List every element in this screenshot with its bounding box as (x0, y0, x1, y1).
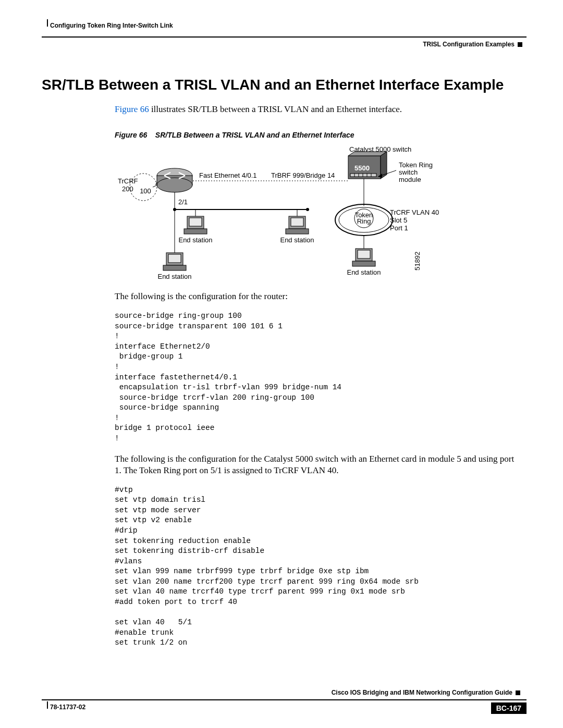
end-station-icon (163, 253, 186, 270)
figure-caption-text: SR/TLB Between a TRISL VLAN and an Ether… (155, 131, 354, 139)
diagram-end-station-1: End station (178, 236, 212, 244)
diagram-end-station-4: End station (347, 268, 381, 276)
header-chapter: Configuring Token Ring Inter-Switch Link (50, 22, 173, 29)
para-switch-config: The following is the configuration for t… (115, 453, 521, 476)
footer-square-icon (516, 690, 520, 695)
svg-rect-42 (352, 261, 375, 266)
diagram-vlan40-3: Port 1 (390, 224, 408, 232)
section-title: SR/TLB Between a TRISL VLAN and an Ether… (42, 77, 527, 93)
diagram-vlan40-2: Slot 5 (390, 216, 407, 224)
diagram-trbrf: TrBRF 999/Bridge 14 (271, 171, 335, 179)
svg-point-22 (306, 208, 309, 211)
code-switch-config: #vtp set vtp domain trisl set vtp mode s… (115, 485, 527, 648)
page-number: BC-167 (491, 702, 527, 714)
diagram-token-label-2: Ring (357, 217, 371, 225)
svg-rect-41 (358, 250, 370, 258)
diagram-tr-module-1: Token Ring (399, 161, 433, 169)
footer-docnum: 78-11737-02 (50, 704, 85, 711)
page-header: Configuring Token Ring Inter-Switch Link (42, 16, 527, 38)
diagram-image-id: 51892 (413, 252, 421, 270)
diagram-port-21: 2/1 (178, 198, 188, 206)
svg-rect-33 (291, 218, 303, 226)
svg-rect-29 (168, 254, 181, 263)
figure-label: Figure 66 (115, 131, 147, 139)
svg-point-3 (157, 178, 192, 192)
figure-caption: Figure 66 SR/TLB Between a TRISL VLAN an… (115, 131, 527, 139)
diagram-end-station-3: End station (280, 236, 314, 244)
figure-ref-link[interactable]: Figure 66 (115, 104, 149, 114)
svg-rect-25 (189, 218, 202, 226)
diagram-trcrf-label: TrCRF (118, 177, 138, 185)
diagram-end-station-2: End station (157, 273, 191, 280)
diagram-trcrf-200: 200 (122, 185, 133, 193)
diagram-fast-ethernet: Fast Ethernet 4/0.1 (199, 171, 257, 179)
svg-rect-26 (184, 229, 207, 234)
intro-paragraph: Figure 66 illustrates SR/TLB between a T… (115, 104, 521, 115)
page-footer: Cisco IOS Bridging and IBM Networking Co… (42, 699, 527, 715)
end-station-icon (352, 249, 375, 266)
svg-rect-34 (286, 229, 309, 234)
diagram-switch-num: 5500 (354, 164, 370, 172)
svg-line-6 (153, 185, 157, 187)
router-icon (157, 168, 192, 192)
svg-rect-30 (163, 265, 186, 270)
diagram-ring-100: 100 (140, 187, 151, 195)
network-diagram: TrCRF 200 100 Fast Ethernet 4/0.1 TrBRF … (115, 144, 527, 282)
end-station-icon (286, 216, 309, 234)
header-section: TRISL Configuration Examples (423, 41, 515, 48)
para-router-config: The following is the configuration for t… (115, 291, 521, 302)
code-router-config: source-bridge ring-group 100 source-brid… (115, 311, 527, 443)
diagram-vlan40-1: TrCRF VLAN 40 (390, 208, 439, 216)
footer-guide: Cisco IOS Bridging and IBM Networking Co… (332, 689, 512, 696)
diagram-tr-module-3: module (399, 176, 421, 183)
intro-text: illustrates SR/TLB between a TRISL VLAN … (149, 104, 402, 114)
diagram-tr-module-2: switch (399, 168, 418, 176)
header-section-row: TRISL Configuration Examples (42, 41, 527, 48)
end-station-icon (184, 216, 207, 234)
header-square-icon (518, 42, 522, 47)
